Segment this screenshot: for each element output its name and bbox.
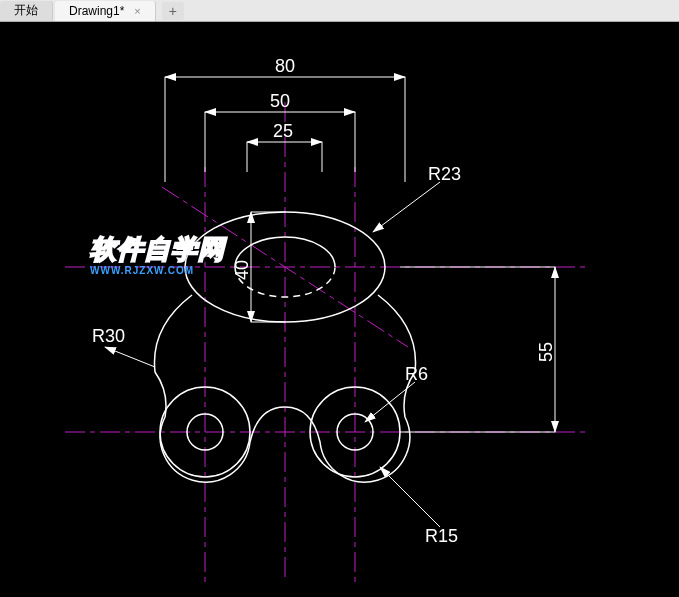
tab-start[interactable]: 开始 bbox=[0, 1, 53, 21]
tab-bar: 开始 Drawing1* × + bbox=[0, 0, 679, 22]
dim-r30-line bbox=[105, 347, 155, 367]
dim-r15-text: R15 bbox=[425, 526, 458, 546]
dim-40-text: 40 bbox=[232, 260, 252, 280]
dim-r6-line bbox=[365, 382, 415, 422]
dim-r6-text: R6 bbox=[405, 364, 428, 384]
tab-drawing-label: Drawing1* bbox=[69, 4, 124, 18]
dim-r23-line bbox=[373, 182, 440, 232]
close-icon[interactable]: × bbox=[134, 5, 140, 17]
dim-r23-text: R23 bbox=[428, 164, 461, 184]
drawing-canvas[interactable]: 80 50 25 40 55 R23 R30 R6 R15 软件自学网 WWW.… bbox=[0, 22, 679, 597]
dim-50-text: 50 bbox=[270, 91, 290, 111]
cad-svg: 80 50 25 40 55 R23 R30 R6 R15 bbox=[0, 22, 679, 597]
new-tab-button[interactable]: + bbox=[162, 2, 184, 20]
dim-25-text: 25 bbox=[273, 121, 293, 141]
tab-start-label: 开始 bbox=[14, 2, 38, 19]
watermark-main: 软件自学网 bbox=[90, 232, 225, 267]
watermark: 软件自学网 WWW.RJZXW.COM bbox=[90, 232, 225, 276]
dim-55-text: 55 bbox=[536, 342, 556, 362]
dim-r15-line bbox=[380, 467, 440, 527]
dim-r30-text: R30 bbox=[92, 326, 125, 346]
dim-80-text: 80 bbox=[275, 56, 295, 76]
tab-drawing[interactable]: Drawing1* × bbox=[55, 1, 156, 21]
